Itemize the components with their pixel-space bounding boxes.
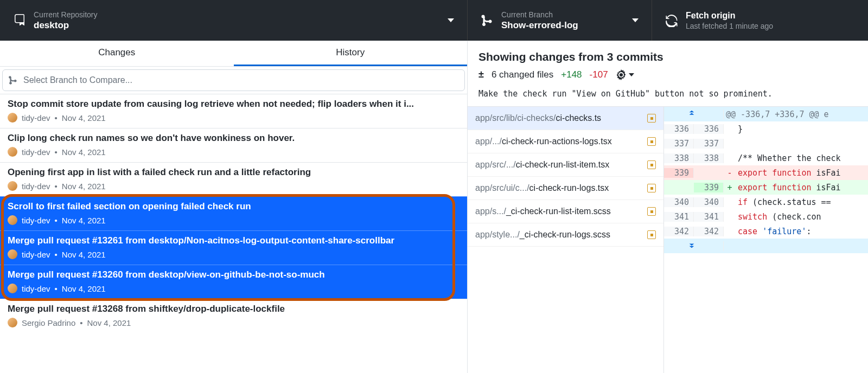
commit-date: Nov 4, 2021 — [62, 113, 106, 123]
tab-history[interactable]: History — [234, 41, 468, 66]
file-item[interactable]: app/.../ci-check-run-actions-logs.tsx — [468, 130, 663, 153]
commit-title: Merge pull request #13261 from desktop/N… — [8, 235, 459, 246]
right-panel: Showing changes from 3 commits ± 6 chang… — [468, 41, 868, 373]
diff-line[interactable]: 339-export function isFai — [664, 165, 868, 180]
repo-value: desktop — [34, 20, 98, 31]
line-number: 339 — [664, 168, 694, 178]
commit-meta: tidy-dev•Nov 4, 2021 — [8, 284, 459, 293]
line-number: 339 — [694, 183, 724, 192]
line-number: 336 — [664, 124, 694, 134]
diff-view[interactable]: @@ -336,7 +336,7 @@ e336336 }33733733833… — [664, 107, 868, 373]
commit-date: Nov 4, 2021 — [62, 250, 106, 259]
modified-icon — [647, 230, 656, 239]
branch-value: Show-errored-log — [501, 20, 578, 31]
line-number: 341 — [694, 212, 724, 222]
commit-title: Merge pull request #13268 from shiftkey/… — [8, 304, 459, 314]
repo-icon — [13, 14, 26, 27]
diff-line[interactable]: 342342 case 'failure': — [664, 224, 868, 239]
commit-item[interactable]: Stop commit store update from causing lo… — [0, 94, 467, 128]
diff-sign: - — [724, 168, 736, 178]
diff-area: app/src/lib/ci-checks/ci-checks.tsapp/..… — [468, 106, 868, 373]
commit-author: tidy-dev — [22, 147, 50, 157]
file-item[interactable]: app/s.../_ci-check-run-list-item.scss — [468, 200, 663, 223]
fetch-sub: Last fetched 1 minute ago — [686, 22, 773, 30]
file-path: app/src/.../ci-check-run-list-item.tsx — [475, 160, 609, 170]
diff-code: case 'failure': — [736, 227, 811, 236]
diff-settings-button[interactable] — [616, 69, 634, 80]
commit-author: Sergio Padrino — [22, 318, 75, 327]
diff-line[interactable]: 336336 } — [664, 121, 868, 136]
commit-meta: tidy-dev•Nov 4, 2021 — [8, 249, 459, 259]
branch-compare-input[interactable]: Select Branch to Compare... — [2, 69, 465, 91]
line-number: 342 — [664, 227, 694, 236]
commit-list[interactable]: Stop commit store update from causing lo… — [0, 94, 467, 373]
avatar — [8, 249, 17, 259]
modified-icon — [647, 160, 656, 169]
file-path: app/style.../_ci-check-run-logs.scss — [475, 230, 610, 240]
expand-down-icon[interactable] — [664, 241, 724, 251]
line-number: 337 — [664, 139, 694, 149]
diff-code: } — [736, 124, 743, 134]
left-panel: Changes History Select Branch to Compare… — [0, 41, 468, 373]
bullet: • — [80, 318, 82, 327]
commit-meta: tidy-dev•Nov 4, 2021 — [8, 113, 459, 123]
commit-item[interactable]: Clip long check run names so we don't ha… — [0, 128, 467, 162]
file-path: app/src/ui/c.../ci-check-run-logs.tsx — [475, 183, 609, 193]
avatar — [8, 318, 17, 327]
diff-line[interactable]: 340340 if (check.status == — [664, 195, 868, 209]
additions-count: +148 — [561, 69, 582, 80]
commit-item[interactable]: Opening first app in list with a failed … — [0, 162, 467, 196]
commit-author: tidy-dev — [22, 216, 50, 225]
commit-meta: tidy-dev•Nov 4, 2021 — [8, 147, 459, 157]
commit-title: Clip long check run names so we don't ha… — [8, 133, 459, 144]
diff-code: if (check.status == — [736, 197, 831, 207]
bullet: • — [55, 147, 58, 157]
commit-item[interactable]: Merge pull request #13260 from desktop/v… — [0, 265, 467, 299]
diff-line[interactable]: 337337 — [664, 136, 868, 151]
commit-meta: Sergio Padrino•Nov 4, 2021 — [8, 318, 459, 327]
expand-up-icon[interactable] — [664, 110, 724, 119]
diff-line[interactable]: 339+export function isFai — [664, 180, 868, 195]
line-number: 338 — [664, 153, 694, 163]
commit-date: Nov 4, 2021 — [62, 182, 106, 191]
bullet: • — [55, 113, 58, 123]
commit-title: Opening first app in list with a failed … — [8, 167, 459, 178]
commit-meta: tidy-dev•Nov 4, 2021 — [8, 181, 459, 191]
modified-icon — [647, 114, 656, 123]
tabs: Changes History — [0, 41, 467, 67]
commit-item[interactable]: Merge pull request #13261 from desktop/N… — [0, 230, 467, 265]
line-number: 341 — [664, 212, 694, 222]
commit-date: Nov 4, 2021 — [62, 147, 106, 157]
current-repository-dropdown[interactable]: Current Repository desktop — [0, 0, 468, 41]
branch-icon — [8, 75, 18, 85]
tab-changes[interactable]: Changes — [0, 41, 234, 66]
branch-icon — [481, 14, 494, 27]
line-number: 340 — [694, 197, 724, 207]
plus-minus-icon: ± — [478, 69, 484, 80]
file-item[interactable]: app/src/lib/ci-checks/ci-checks.ts — [468, 107, 663, 130]
commit-item[interactable]: Scroll to first failed section on openin… — [0, 196, 467, 230]
diff-line[interactable]: 338338 /** Whether the check — [664, 151, 868, 165]
commit-author: tidy-dev — [22, 250, 50, 259]
bullet: • — [55, 284, 58, 293]
diff-code: switch (check.con — [736, 212, 821, 222]
file-path: app/s.../_ci-check-run-list-item.scss — [475, 207, 611, 216]
current-branch-dropdown[interactable]: Current Branch Show-errored-log — [468, 0, 652, 41]
commit-title: Scroll to first failed section on openin… — [8, 201, 459, 212]
file-path: app/.../ci-check-run-actions-logs.tsx — [475, 137, 612, 146]
avatar — [8, 181, 17, 191]
toolbar: Current Repository desktop Current Branc… — [0, 0, 868, 41]
file-item[interactable]: app/src/ui/c.../ci-check-run-logs.tsx — [468, 177, 663, 200]
modified-icon — [647, 184, 656, 192]
diff-line[interactable]: 341341 switch (check.con — [664, 209, 868, 224]
expand-down-row[interactable] — [664, 239, 868, 253]
file-list: app/src/lib/ci-checks/ci-checks.tsapp/..… — [468, 107, 664, 373]
fetch-origin-button[interactable]: Fetch origin Last fetched 1 minute ago — [652, 0, 868, 41]
file-item[interactable]: app/style.../_ci-check-run-logs.scss — [468, 223, 663, 247]
line-number: 340 — [664, 197, 694, 207]
file-item[interactable]: app/src/.../ci-check-run-list-item.tsx — [468, 153, 663, 177]
commit-item[interactable]: Merge pull request #13268 from shiftkey/… — [0, 299, 467, 333]
avatar — [8, 284, 17, 293]
hunk-header[interactable]: @@ -336,7 +336,7 @@ e — [664, 107, 868, 121]
line-number: 342 — [694, 227, 724, 236]
